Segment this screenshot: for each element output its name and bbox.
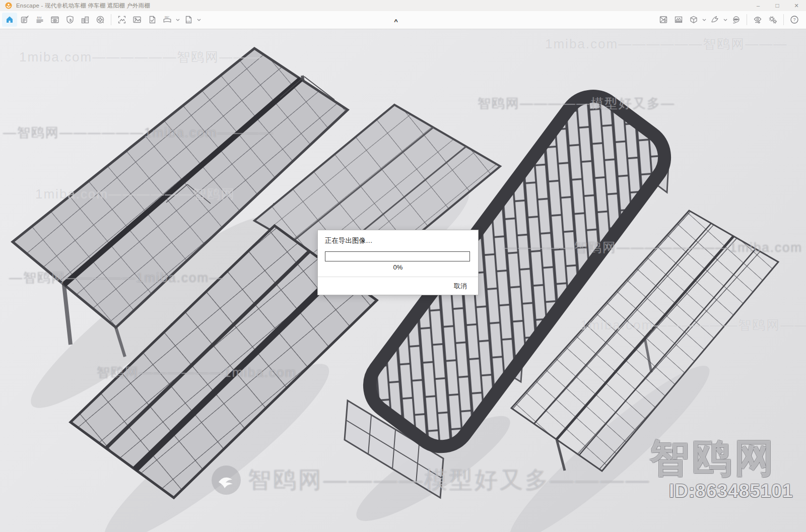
panorama-360-button[interactable]: 360° xyxy=(160,13,175,27)
cube-3d-icon xyxy=(689,15,698,24)
bim-button[interactable]: BIM xyxy=(32,13,47,27)
home-icon xyxy=(5,15,14,24)
render-image-icon xyxy=(132,15,142,24)
svg-text:?: ? xyxy=(793,17,796,22)
texture-image-button[interactable] xyxy=(671,13,686,27)
toolbar-separator xyxy=(111,14,111,25)
wing-button[interactable] xyxy=(707,13,722,27)
minimize-button[interactable]: – xyxy=(749,0,768,11)
map-image-icon xyxy=(659,15,668,24)
help-icon: ? xyxy=(790,15,799,24)
chevron-down-icon[interactable] xyxy=(175,13,181,27)
chevron-down-icon[interactable] xyxy=(701,13,707,27)
export-progress-bar xyxy=(325,251,470,261)
chevron-down-icon[interactable] xyxy=(196,13,202,27)
eye-adjust-icon xyxy=(753,15,762,24)
panorama-360-icon: 360° xyxy=(162,15,172,24)
export-progress-percent: 0% xyxy=(318,263,478,271)
texture-image-icon xyxy=(674,15,683,24)
dialog-divider xyxy=(318,277,478,277)
cancel-button[interactable]: 取消 xyxy=(451,281,470,292)
scene-document-icon xyxy=(20,15,29,24)
film-reel-icon xyxy=(96,15,105,24)
wing-icon xyxy=(710,15,719,24)
export-exe-button[interactable]: EXE xyxy=(181,13,196,27)
screenshot-button[interactable] xyxy=(114,13,129,27)
window-title: Enscape - 现代非机动车棚 停车棚 遮阳棚 户外雨棚 xyxy=(16,2,150,10)
screenshot-icon xyxy=(117,15,126,24)
export-dialog-title: 正在导出图像… xyxy=(325,236,373,245)
toolbar-collapse-button[interactable]: ^ xyxy=(391,18,401,25)
toolbar-separator xyxy=(747,14,747,25)
preview-window-icon xyxy=(50,15,59,24)
toolbar: BIM xyxy=(0,11,806,29)
export-exe-icon: EXE xyxy=(184,15,193,24)
svg-text:BIM: BIM xyxy=(37,16,42,19)
bim-icon: BIM xyxy=(35,15,44,24)
file-check-icon xyxy=(148,15,157,24)
svg-text:360°: 360° xyxy=(165,16,170,19)
scene-document-button[interactable] xyxy=(17,13,32,27)
file-check-button[interactable] xyxy=(145,13,160,27)
export-dialog: 正在导出图像… 0% 取消 xyxy=(317,230,479,295)
svg-text:EXE: EXE xyxy=(186,20,190,23)
home-button[interactable] xyxy=(2,13,17,27)
shield-leaf-button[interactable] xyxy=(62,13,78,27)
shield-leaf-icon xyxy=(65,15,75,24)
buildings-icon xyxy=(81,15,90,24)
titlebar: Enscape - 现代非机动车棚 停车棚 遮阳棚 户外雨棚 – □ ✕ xyxy=(0,0,806,12)
eye-adjust-button[interactable] xyxy=(750,13,765,27)
preview-window-button[interactable] xyxy=(47,13,62,27)
close-button[interactable]: ✕ xyxy=(787,0,806,11)
map-image-button[interactable] xyxy=(656,13,671,27)
gears-icon xyxy=(768,15,777,24)
film-reel-button[interactable] xyxy=(93,13,108,27)
buildings-button[interactable] xyxy=(78,13,93,27)
cube-3d-button[interactable] xyxy=(686,13,701,27)
enscape-logo-icon xyxy=(5,2,12,9)
vr-headset-icon xyxy=(731,15,741,24)
chevron-down-icon[interactable] xyxy=(722,13,728,27)
help-button[interactable]: ? xyxy=(787,13,802,27)
maximize-button[interactable]: □ xyxy=(768,0,787,11)
toolbar-separator xyxy=(783,14,784,25)
vr-headset-button[interactable] xyxy=(728,13,744,27)
gears-button[interactable] xyxy=(765,13,780,27)
render-image-button[interactable] xyxy=(129,13,145,27)
